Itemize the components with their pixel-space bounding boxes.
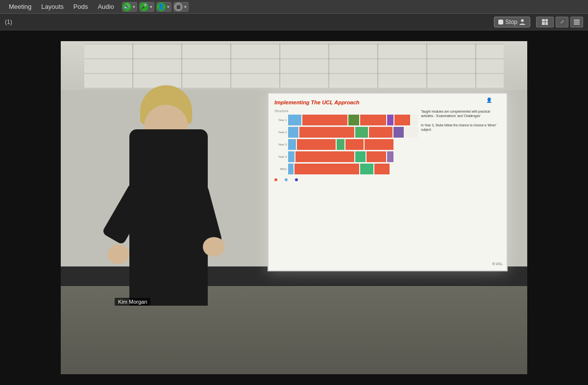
legend-dot-3 [295, 178, 298, 181]
mic-icon: 🎤 [140, 2, 148, 11]
chart-row-3: Year 3 [274, 139, 418, 150]
bar-row-1 [288, 115, 418, 125]
speaker-dropdown-arrow[interactable]: ▾ [131, 4, 137, 9]
slide-title: Implementing The UCL Approach [274, 99, 501, 105]
stop-button[interactable]: Stop [494, 17, 530, 27]
legend-dot-1 [274, 178, 277, 181]
chart-label-2: Year 2 [274, 131, 288, 134]
stop-icon [498, 20, 503, 24]
menu-audio[interactable]: Audio [93, 1, 119, 12]
chart-row-5: MSci [274, 164, 418, 174]
menu-bar: Meeting Layouts Pods Audio 🔊 ▾ 🎤 ▾ 👤 ▾ 🖥… [0, 0, 588, 14]
presenter-hand-right [203, 237, 225, 257]
legend-item-1 [274, 178, 279, 181]
ceiling-tiles [84, 44, 504, 88]
bar-row-3 [288, 139, 418, 150]
chart-label-1: Year 1 [274, 119, 288, 121]
structure-label: Structure [274, 109, 418, 113]
grid-icon [542, 19, 548, 25]
chart-legend [274, 178, 418, 181]
speaker-control[interactable]: 🔊 ▾ [122, 2, 137, 12]
menu-pods[interactable]: Pods [69, 1, 93, 12]
camera-control[interactable]: 👤 ▾ [156, 2, 172, 12]
legend-item-2 [285, 178, 289, 181]
session-label: (1) [5, 19, 12, 25]
bar-row-4 [288, 151, 418, 162]
share-icon: 🖥 [174, 2, 183, 11]
presenter-figure [115, 100, 222, 306]
camera-icon: 👤 [157, 2, 166, 11]
projection-screen: Implementing The UCL Approach 👤 Structur… [268, 93, 508, 271]
audio-controls: 🔊 ▾ 🎤 ▾ 👤 ▾ 🖥 ▾ [122, 2, 191, 12]
chart-row-4: Year 4 [274, 151, 418, 162]
stop-label: Stop [505, 19, 517, 25]
chart-row-2: Year 2 [274, 127, 418, 138]
svg-point-0 [521, 19, 524, 22]
expand-icon: ⤢ [560, 19, 564, 24]
toolbar: (1) Stop ⤢ [0, 14, 588, 30]
share-control[interactable]: 🖥 ▾ [173, 2, 189, 12]
slide-body: Structure Year 1 [274, 109, 501, 181]
presenter-hand-left [107, 244, 129, 264]
bar-row-2 [288, 127, 418, 138]
chart-label-3: Year 3 [274, 143, 288, 146]
menu-layouts[interactable]: Layouts [36, 1, 69, 12]
mic-control[interactable]: 🎤 ▾ [139, 2, 154, 12]
chart-label-5: MSci [274, 168, 288, 170]
menu-lines-button[interactable] [570, 17, 583, 27]
presenter-name-label: Kim Morgan [115, 298, 150, 306]
chart-area: Structure Year 1 [274, 109, 418, 181]
main-content: Implementing The UCL Approach 👤 Structur… [0, 30, 588, 385]
camera-dropdown-arrow[interactable]: ▾ [166, 4, 171, 9]
speaker-icon: 🔊 [122, 2, 131, 11]
bar-row-5 [288, 164, 418, 174]
person-icon [519, 19, 526, 25]
slide-text-area: Taught modules are complemented with pra… [421, 109, 501, 181]
legend-dot-2 [285, 178, 288, 181]
expand-button[interactable]: ⤢ [556, 17, 568, 27]
text-block-1: Taught modules are complemented with pra… [421, 109, 501, 118]
video-feed: Implementing The UCL Approach 👤 Structur… [61, 41, 527, 374]
chart-label-4: Year 4 [274, 155, 288, 158]
menu-meeting[interactable]: Meeting [4, 1, 36, 12]
legend-item-3 [295, 178, 299, 181]
lines-icon [574, 20, 580, 24]
presenter-body [129, 129, 208, 306]
grid-view-button[interactable] [536, 17, 554, 27]
slide-content: Implementing The UCL Approach 👤 Structur… [269, 94, 507, 270]
share-dropdown-arrow[interactable]: ▾ [183, 4, 188, 9]
text-block-2: In Year 3, Stubs follow the chance to ch… [421, 123, 501, 132]
chart-row-1: Year 1 [274, 115, 418, 125]
mic-dropdown-arrow[interactable]: ▾ [148, 4, 154, 9]
